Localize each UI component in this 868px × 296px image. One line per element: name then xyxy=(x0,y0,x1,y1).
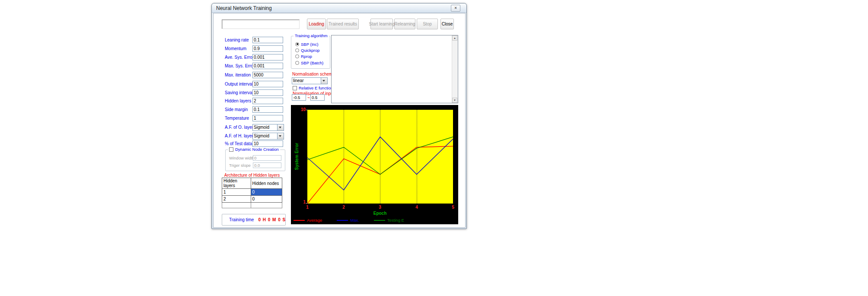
legend-label-max: Max. xyxy=(350,218,359,223)
form-row-leaning-rate: Leaning rate xyxy=(225,36,283,44)
saving-interval-input[interactable] xyxy=(252,89,283,96)
test-data-label: % of Test data xyxy=(225,141,252,146)
radio-row-rprop: Rprop xyxy=(295,54,312,59)
form-row-output-interval: Output interval xyxy=(225,80,283,88)
vertical-scrollbar[interactable]: ▲ ▼ xyxy=(452,35,458,103)
relative-e-checkbox[interactable] xyxy=(293,86,297,90)
chart-legend: Average Max. Testing E xyxy=(294,218,404,223)
triger-slope-row: Triger slope xyxy=(229,162,281,168)
test-data-input[interactable] xyxy=(252,140,283,147)
max-iteration-input[interactable] xyxy=(252,72,283,78)
training-algorithm-title: Training algorithm xyxy=(295,33,328,38)
hidden-nodes-column-header[interactable]: Hidden nodes xyxy=(251,178,282,189)
relative-e-row: Relative E function xyxy=(293,86,333,90)
form-row-af-h-layer: A.F. of H. layer Sigmoid xyxy=(225,132,284,140)
training-log-listbox[interactable]: ▲ ▼ xyxy=(331,35,458,103)
chevron-down-icon[interactable] xyxy=(277,133,284,139)
radio-row-sbp-batch: SBP (Batch) xyxy=(295,60,323,65)
window-title: Neural Network Training xyxy=(216,5,272,11)
normalisation-scheme-label: Normalisation scheme xyxy=(292,72,335,76)
radio-rprop-label[interactable]: Rprop xyxy=(301,54,312,59)
chevron-down-icon[interactable] xyxy=(277,124,284,130)
dynamic-node-checkbox[interactable] xyxy=(229,147,233,152)
empty-cell[interactable] xyxy=(222,203,251,208)
normalisation-max-input[interactable] xyxy=(310,94,325,101)
table-row: 1 0 xyxy=(222,189,282,196)
side-margin-label: Side margin xyxy=(225,107,252,112)
y-axis-label: System Error xyxy=(294,133,300,180)
max-iteration-label: Max. iteration xyxy=(225,73,252,77)
radio-sbp-batch-label[interactable]: SBP (Batch) xyxy=(301,60,323,65)
normalisation-scheme-select[interactable]: linear xyxy=(292,77,328,84)
architecture-table: Hidden layers Hidden nodes 1 0 2 0 xyxy=(222,178,282,208)
stop-button: Stop xyxy=(417,19,438,29)
y-tick-min: 1 xyxy=(298,200,306,204)
titlebar[interactable]: Neural Network Training ✕ xyxy=(212,3,466,13)
radio-rprop[interactable] xyxy=(295,54,299,58)
relearning-button: Relearning xyxy=(394,19,415,29)
side-margin-input[interactable] xyxy=(252,106,283,113)
training-time-box: Training time 0 H 0 M 0 S xyxy=(222,214,286,226)
ave-sys-error-input[interactable] xyxy=(252,54,283,60)
form-row-af-o-layer: A.F. of O. layer Sigmoid xyxy=(225,124,284,131)
radio-sbp-inc[interactable] xyxy=(295,42,299,46)
radio-row-sbp-inc: SBP (Inc) xyxy=(295,41,318,47)
radio-quickprop-label[interactable]: Quickprop xyxy=(301,48,319,53)
max-sys-error-input[interactable] xyxy=(252,63,283,69)
layer-2-nodes-cell[interactable]: 0 xyxy=(251,196,282,203)
testing-line-swatch xyxy=(374,220,385,221)
training-time-value: 0 H 0 M 0 S xyxy=(258,217,286,222)
form-row-test-data: % of Test data xyxy=(225,140,283,147)
scroll-up-icon[interactable]: ▲ xyxy=(452,35,457,41)
af-o-layer-label: A.F. of O. layer xyxy=(225,125,252,130)
af-h-layer-label: A.F. of H. layer xyxy=(225,134,252,138)
x-tick-4: 4 xyxy=(414,205,419,210)
loading-button[interactable]: Loading xyxy=(307,19,326,29)
series-line-max- xyxy=(307,137,453,190)
temperature-input[interactable] xyxy=(252,115,283,121)
training-algorithm-legend: Training algorithm xyxy=(294,33,329,38)
close-button[interactable]: Close xyxy=(440,19,454,29)
form-row-max-sys-error: Max. Sys. Error xyxy=(225,62,283,70)
normalisation-min-input[interactable] xyxy=(292,94,306,101)
radio-row-quickprop: Quickprop xyxy=(295,48,319,53)
layer-1-cell[interactable]: 1 xyxy=(222,189,251,196)
relative-e-label[interactable]: Relative E function xyxy=(299,86,333,90)
momentum-input[interactable] xyxy=(252,45,283,52)
leaning-rate-input[interactable] xyxy=(252,37,283,43)
af-h-layer-select[interactable]: Sigmoid xyxy=(252,133,284,140)
layer-1-nodes-cell[interactable]: 0 xyxy=(251,189,282,196)
window-width-row: Window width xyxy=(229,155,281,161)
scroll-down-icon[interactable]: ▼ xyxy=(452,98,457,103)
close-icon[interactable]: ✕ xyxy=(451,5,460,12)
hidden-layers-label: Hidden layers xyxy=(225,99,252,103)
plot-area xyxy=(307,110,453,204)
radio-quickprop[interactable] xyxy=(295,48,299,52)
table-row: 2 0 xyxy=(222,196,282,203)
series-line-average xyxy=(307,146,453,204)
empty-cell[interactable] xyxy=(251,203,282,208)
hidden-layers-input[interactable] xyxy=(252,98,283,104)
legend-item-max: Max. xyxy=(337,218,359,223)
y-tick-max: 10 xyxy=(298,107,306,112)
window-width-label: Window width xyxy=(229,156,253,160)
radio-sbp-inc-label[interactable]: SBP (Inc) xyxy=(301,42,318,47)
form-row-ave-sys-error: Ave. Sys. Error xyxy=(225,54,283,61)
x-tick-1: 1 xyxy=(305,205,310,210)
series-lines xyxy=(307,110,453,204)
layer-2-cell[interactable]: 2 xyxy=(222,196,251,203)
hidden-layers-column-header[interactable]: Hidden layers xyxy=(222,178,251,189)
average-line-swatch xyxy=(294,220,305,221)
max-sys-error-label: Max. Sys. Error xyxy=(225,64,252,68)
radio-sbp-batch[interactable] xyxy=(295,61,299,65)
af-o-layer-select[interactable]: Sigmoid xyxy=(252,124,284,131)
output-interval-label: Output interval xyxy=(225,82,252,86)
chevron-down-icon[interactable] xyxy=(321,78,327,84)
legend-item-average: Average xyxy=(294,218,322,223)
af-h-layer-value: Sigmoid xyxy=(253,133,277,139)
output-interval-input[interactable] xyxy=(252,81,283,87)
legend-label-average: Average xyxy=(307,218,322,223)
legend-item-testing: Testing E xyxy=(374,218,404,223)
x-tick-2: 2 xyxy=(341,205,346,210)
form-row-momentum: Momentum xyxy=(225,45,283,52)
